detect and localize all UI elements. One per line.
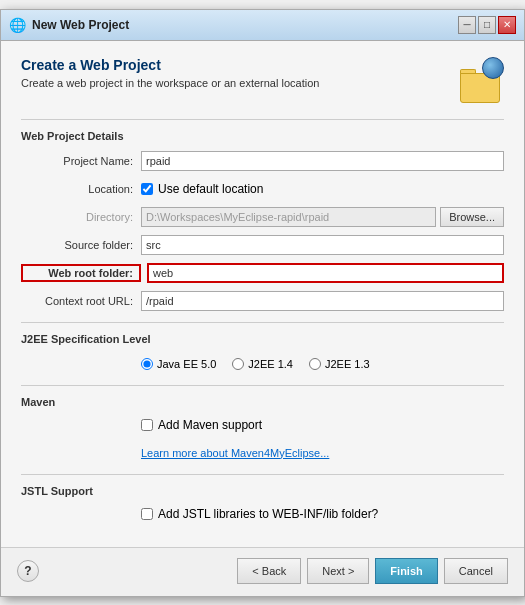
- footer-buttons: < Back Next > Finish Cancel: [237, 558, 508, 584]
- j2ee13-radio[interactable]: [309, 358, 321, 370]
- maven-section: Maven Add Maven support Learn more about…: [21, 396, 504, 464]
- jstl-section-label: JSTL Support: [21, 485, 504, 497]
- project-name-input[interactable]: [141, 151, 504, 171]
- divider-top: [21, 119, 504, 120]
- web-project-details-label: Web Project Details: [21, 130, 504, 142]
- maven-checkbox-label: Add Maven support: [158, 418, 262, 432]
- globe-shape: [482, 57, 504, 79]
- maven-link-row: Learn more about Maven4MyEclipse...: [21, 442, 504, 464]
- jstl-checkbox-label: Add JSTL libraries to WEB-INF/lib folder…: [158, 507, 378, 521]
- project-name-row: Project Name:: [21, 150, 504, 172]
- divider-jstl: [21, 474, 504, 475]
- maven-checkbox-row: Add Maven support: [21, 414, 504, 436]
- header-section: Create a Web Project Create a web projec…: [21, 57, 504, 105]
- dialog-subtitle: Create a web project in the workspace or…: [21, 77, 319, 89]
- dialog-window: 🌐 New Web Project ─ □ ✕ Create a Web Pro…: [0, 9, 525, 597]
- directory-input[interactable]: [141, 207, 436, 227]
- divider-j2ee: [21, 322, 504, 323]
- help-button[interactable]: ?: [17, 560, 39, 582]
- j2ee14-label: J2EE 1.4: [248, 358, 293, 370]
- header-text: Create a Web Project Create a web projec…: [21, 57, 319, 89]
- context-root-input[interactable]: [141, 291, 504, 311]
- finish-button[interactable]: Finish: [375, 558, 437, 584]
- maven-section-label: Maven: [21, 396, 504, 408]
- jstl-section: JSTL Support Add JSTL libraries to WEB-I…: [21, 485, 504, 525]
- use-default-label: Use default location: [158, 182, 263, 196]
- cancel-button[interactable]: Cancel: [444, 558, 508, 584]
- dialog-title: Create a Web Project: [21, 57, 319, 73]
- j2ee-spec-label: J2EE Specification Level: [21, 333, 504, 345]
- directory-input-group: Browse...: [141, 207, 504, 227]
- header-icon: [456, 57, 504, 105]
- use-default-checkbox[interactable]: [141, 183, 153, 195]
- source-folder-input[interactable]: [141, 235, 504, 255]
- source-folder-label: Source folder:: [21, 239, 141, 251]
- source-folder-row: Source folder:: [21, 234, 504, 256]
- context-root-row: Context root URL:: [21, 290, 504, 312]
- project-name-label: Project Name:: [21, 155, 141, 167]
- web-root-folder-row: Web root folder:: [21, 262, 504, 284]
- location-label: Location:: [21, 183, 141, 195]
- title-bar-controls: ─ □ ✕: [458, 16, 516, 34]
- j2ee-radio-group: Java EE 5.0 J2EE 1.4 J2EE 1.3: [141, 358, 370, 370]
- directory-label: Directory:: [21, 211, 141, 223]
- next-button[interactable]: Next >: [307, 558, 369, 584]
- browse-button[interactable]: Browse...: [440, 207, 504, 227]
- use-default-location-row: Use default location: [141, 182, 263, 196]
- maximize-button[interactable]: □: [478, 16, 496, 34]
- dialog-footer: ? < Back Next > Finish Cancel: [1, 547, 524, 596]
- web-root-folder-label: Web root folder:: [21, 264, 141, 282]
- back-button[interactable]: < Back: [237, 558, 301, 584]
- j2ee-radio-row: Java EE 5.0 J2EE 1.4 J2EE 1.3: [21, 353, 504, 375]
- java5-label: Java EE 5.0: [157, 358, 216, 370]
- j2ee14-option: J2EE 1.4: [232, 358, 293, 370]
- java5-radio[interactable]: [141, 358, 153, 370]
- maven-checkbox-group: Add Maven support: [141, 418, 262, 432]
- maven-checkbox[interactable]: [141, 419, 153, 431]
- directory-row: Directory: Browse...: [21, 206, 504, 228]
- maven-learn-more-link[interactable]: Learn more about Maven4MyEclipse...: [141, 447, 329, 459]
- divider-maven: [21, 385, 504, 386]
- j2ee13-option: J2EE 1.3: [309, 358, 370, 370]
- close-button[interactable]: ✕: [498, 16, 516, 34]
- window-icon: 🌐: [9, 17, 26, 33]
- minimize-button[interactable]: ─: [458, 16, 476, 34]
- java5-option: Java EE 5.0: [141, 358, 216, 370]
- j2ee13-label: J2EE 1.3: [325, 358, 370, 370]
- title-bar: 🌐 New Web Project ─ □ ✕: [1, 10, 524, 41]
- dialog-content: Create a Web Project Create a web projec…: [1, 41, 524, 547]
- jstl-checkbox-row: Add JSTL libraries to WEB-INF/lib folder…: [21, 503, 504, 525]
- title-bar-left: 🌐 New Web Project: [9, 17, 129, 33]
- location-row: Location: Use default location: [21, 178, 504, 200]
- web-root-folder-input[interactable]: [147, 263, 504, 283]
- j2ee14-radio[interactable]: [232, 358, 244, 370]
- window-title: New Web Project: [32, 18, 129, 32]
- jstl-checkbox-group: Add JSTL libraries to WEB-INF/lib folder…: [141, 507, 378, 521]
- context-root-label: Context root URL:: [21, 295, 141, 307]
- jstl-checkbox[interactable]: [141, 508, 153, 520]
